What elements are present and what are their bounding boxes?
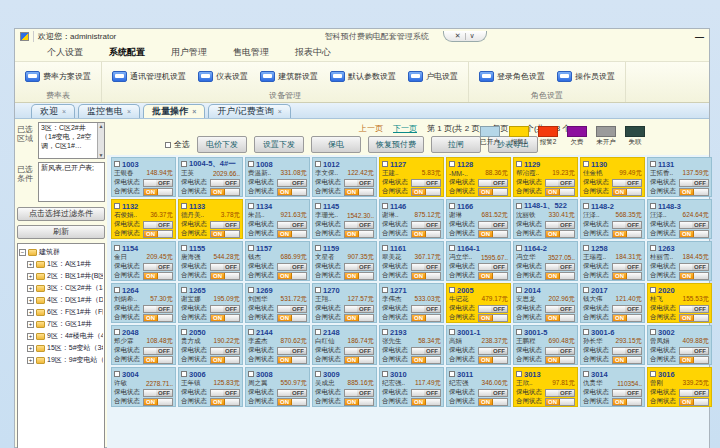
ribbon-item[interactable]: 登录角色设置 bbox=[479, 71, 545, 82]
power-keep-toggle[interactable]: OFF bbox=[210, 263, 240, 271]
action-button[interactable]: 设置下发 bbox=[254, 136, 304, 153]
gate-toggle[interactable]: ON bbox=[344, 272, 374, 280]
card-checkbox[interactable] bbox=[382, 287, 388, 293]
gate-toggle[interactable]: ON bbox=[143, 230, 173, 238]
power-keep-toggle[interactable]: OFF bbox=[277, 179, 307, 187]
tab-close-icon[interactable]: × bbox=[278, 108, 282, 115]
card-checkbox[interactable] bbox=[516, 245, 522, 251]
card-checkbox[interactable] bbox=[650, 329, 656, 335]
action-button[interactable]: 保电 bbox=[311, 136, 361, 153]
power-keep-toggle[interactable]: OFF bbox=[411, 347, 441, 355]
gate-toggle[interactable]: ON bbox=[143, 272, 173, 280]
power-keep-toggle[interactable]: OFF bbox=[679, 389, 709, 397]
ribbon-item[interactable]: 通讯管理机设置 bbox=[112, 71, 186, 82]
scroll-down-icon[interactable]: ▼ bbox=[99, 152, 104, 158]
power-keep-toggle[interactable]: OFF bbox=[344, 389, 374, 397]
tab-close-icon[interactable]: × bbox=[127, 108, 131, 115]
gate-toggle[interactable]: ON bbox=[344, 230, 374, 238]
tree-item[interactable]: + 4区：D区1#井（D区… bbox=[19, 294, 103, 306]
gate-toggle[interactable]: ON bbox=[679, 272, 709, 280]
gate-toggle[interactable]: ON bbox=[143, 356, 173, 364]
card-checkbox[interactable] bbox=[382, 329, 388, 335]
card-checkbox[interactable] bbox=[583, 161, 589, 167]
card-checkbox[interactable] bbox=[583, 371, 589, 377]
expand-icon[interactable]: + bbox=[27, 297, 34, 304]
gate-toggle[interactable]: ON bbox=[344, 356, 374, 364]
gate-toggle[interactable]: ON bbox=[478, 314, 508, 322]
refresh-button[interactable]: 刷新 bbox=[17, 225, 105, 239]
card-checkbox[interactable] bbox=[583, 287, 589, 293]
expand-icon[interactable]: + bbox=[27, 333, 34, 340]
expand-icon[interactable]: + bbox=[27, 273, 34, 280]
scroll-up-icon[interactable]: ▲ bbox=[99, 123, 104, 129]
tree-item[interactable]: + 6区：F区1#井（F区… bbox=[19, 306, 103, 318]
power-keep-toggle[interactable]: OFF bbox=[612, 347, 642, 355]
card-checkbox[interactable] bbox=[382, 371, 388, 377]
tab[interactable]: 欢迎× bbox=[31, 104, 75, 118]
card-checkbox[interactable] bbox=[449, 287, 455, 293]
gate-toggle[interactable]: ON bbox=[143, 314, 173, 322]
power-keep-toggle[interactable]: OFF bbox=[344, 305, 374, 313]
card-checkbox[interactable] bbox=[449, 203, 455, 209]
card-checkbox[interactable] bbox=[181, 203, 187, 209]
power-keep-toggle[interactable]: OFF bbox=[612, 179, 642, 187]
card-checkbox[interactable] bbox=[248, 245, 254, 251]
power-keep-toggle[interactable]: OFF bbox=[344, 347, 374, 355]
gate-toggle[interactable]: ON bbox=[612, 398, 642, 406]
card-checkbox[interactable] bbox=[114, 287, 120, 293]
ribbon-item[interactable]: 仪表设置 bbox=[198, 71, 248, 82]
card-checkbox[interactable] bbox=[516, 287, 522, 293]
gate-toggle[interactable]: ON bbox=[344, 398, 374, 406]
gate-toggle[interactable]: ON bbox=[679, 398, 709, 406]
power-keep-toggle[interactable]: OFF bbox=[545, 389, 575, 397]
card-checkbox[interactable] bbox=[315, 245, 321, 251]
card-checkbox[interactable] bbox=[449, 329, 455, 335]
power-keep-toggle[interactable]: OFF bbox=[612, 389, 642, 397]
tree-root[interactable]: − 建筑群 bbox=[19, 246, 103, 258]
card-checkbox[interactable] bbox=[181, 329, 187, 335]
card-checkbox[interactable] bbox=[516, 161, 522, 167]
card-checkbox[interactable] bbox=[248, 287, 254, 293]
card-checkbox[interactable] bbox=[315, 203, 321, 209]
gate-toggle[interactable]: ON bbox=[612, 356, 642, 364]
card-checkbox[interactable] bbox=[315, 161, 321, 167]
tab[interactable]: 开户/记费查询× bbox=[208, 104, 291, 118]
power-keep-toggle[interactable]: OFF bbox=[143, 347, 173, 355]
gate-toggle[interactable]: ON bbox=[679, 230, 709, 238]
power-keep-toggle[interactable]: OFF bbox=[277, 263, 307, 271]
gate-toggle[interactable]: ON bbox=[545, 314, 575, 322]
gate-toggle[interactable]: ON bbox=[411, 188, 441, 196]
gate-toggle[interactable]: ON bbox=[478, 356, 508, 364]
power-keep-toggle[interactable]: OFF bbox=[210, 221, 240, 229]
gate-toggle[interactable]: ON bbox=[545, 398, 575, 406]
card-checkbox[interactable] bbox=[114, 329, 120, 335]
tree-item[interactable]: + 1区：A区1#井 bbox=[19, 258, 103, 270]
gate-toggle[interactable]: ON bbox=[210, 188, 240, 196]
card-checkbox[interactable] bbox=[650, 371, 656, 377]
menu-item[interactable]: 报表中心 bbox=[295, 46, 331, 59]
power-keep-toggle[interactable]: OFF bbox=[210, 305, 240, 313]
gate-toggle[interactable]: ON bbox=[344, 314, 374, 322]
gate-toggle[interactable]: ON bbox=[210, 230, 240, 238]
expand-icon[interactable]: ✕ bbox=[455, 32, 461, 40]
ribbon-item[interactable]: 操作员设置 bbox=[557, 71, 615, 82]
power-keep-toggle[interactable]: OFF bbox=[478, 179, 508, 187]
gate-toggle[interactable]: ON bbox=[277, 314, 307, 322]
power-keep-toggle[interactable]: OFF bbox=[143, 389, 173, 397]
gate-toggle[interactable]: ON bbox=[612, 230, 642, 238]
power-keep-toggle[interactable]: OFF bbox=[612, 263, 642, 271]
expand-icon[interactable]: + bbox=[27, 321, 34, 328]
tab-close-icon[interactable]: × bbox=[192, 108, 196, 115]
gate-toggle[interactable]: ON bbox=[210, 272, 240, 280]
card-checkbox[interactable] bbox=[114, 245, 120, 251]
collapse-icon[interactable]: − bbox=[19, 249, 26, 256]
power-keep-toggle[interactable]: OFF bbox=[344, 221, 374, 229]
power-keep-toggle[interactable]: OFF bbox=[478, 347, 508, 355]
power-keep-toggle[interactable]: OFF bbox=[545, 221, 575, 229]
power-keep-toggle[interactable]: OFF bbox=[411, 263, 441, 271]
card-checkbox[interactable] bbox=[382, 245, 388, 251]
card-checkbox[interactable] bbox=[650, 287, 656, 293]
gate-toggle[interactable]: ON bbox=[277, 230, 307, 238]
card-checkbox[interactable] bbox=[650, 203, 656, 209]
card-checkbox[interactable] bbox=[181, 161, 187, 167]
